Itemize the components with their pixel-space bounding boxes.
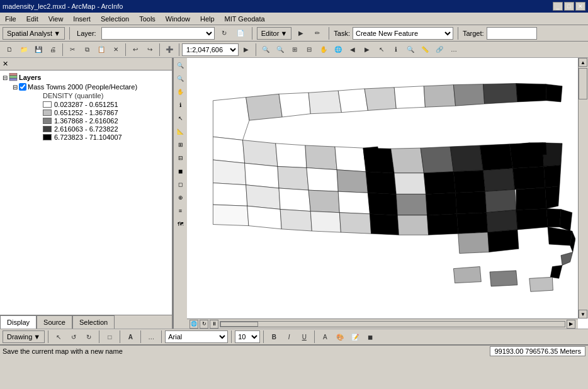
measure-button[interactable]: 📏: [418, 43, 432, 57]
menu-file[interactable]: File: [3, 14, 19, 23]
shadow-button[interactable]: ◼: [363, 330, 377, 344]
toc-header: ✕: [0, 58, 172, 70]
tool-identify[interactable]: ℹ: [174, 99, 187, 111]
expand-layers-icon[interactable]: ⊟: [3, 74, 8, 81]
cut-button[interactable]: ✂: [65, 43, 79, 57]
add-data-button[interactable]: ➕: [162, 43, 176, 57]
expand-mass-icon[interactable]: ⊟: [13, 84, 18, 91]
text-button[interactable]: A: [123, 330, 137, 344]
edit-pencil-button[interactable]: ✏: [310, 26, 324, 40]
map-scrollbar-bottom[interactable]: 🌐 ↻ ⏸ ▶: [187, 319, 578, 329]
find-button[interactable]: 🔍: [404, 43, 417, 57]
zoom-in-button[interactable]: 🔍: [259, 43, 273, 57]
tab-display[interactable]: Display: [0, 315, 37, 329]
more-draw-button[interactable]: …: [144, 330, 158, 344]
fixed-zoom-in[interactable]: ⊞: [288, 43, 302, 57]
rotate-left-button[interactable]: ↺: [67, 330, 81, 344]
tool-map1[interactable]: ⊞: [174, 138, 187, 151]
layer-checkbox[interactable]: [19, 83, 26, 91]
minimize-button[interactable]: _: [553, 2, 563, 11]
editor-button[interactable]: Editor ▼: [257, 27, 292, 40]
toc-content: ⊟ Layers ⊟ Mass Towns 2000 (People/Hecta…: [0, 70, 172, 315]
full-extent-button[interactable]: 🌐: [331, 43, 345, 57]
main-area: ✕ ⊟ Layers ⊟ Mass Towns 2000 (People/Hec…: [0, 58, 588, 329]
scroll-right-arrow[interactable]: ▶: [567, 320, 575, 329]
tool-map3[interactable]: ◼: [174, 165, 187, 178]
identify-button[interactable]: ℹ: [389, 43, 403, 57]
tool-map7[interactable]: 🗺: [174, 218, 187, 230]
font-dropdown[interactable]: Arial: [165, 330, 228, 343]
scale-confirm-button[interactable]: ▶: [239, 43, 253, 57]
menu-mit-geodata[interactable]: MIT Geodata: [222, 14, 268, 23]
zoom-out-button[interactable]: 🔍: [273, 43, 287, 57]
tool-map2[interactable]: ⊟: [174, 152, 187, 164]
scroll-track-horizontal[interactable]: [220, 321, 565, 327]
scroll-thumb-horizontal[interactable]: [220, 322, 258, 327]
layer-add-button[interactable]: 📄: [234, 26, 247, 40]
hyperlink-button[interactable]: 🔗: [433, 43, 446, 57]
underline-button[interactable]: U: [297, 330, 311, 344]
map-area[interactable]: ▲ ▼ 🌐 ↻ ⏸ ▶: [187, 58, 588, 329]
paste-button[interactable]: 📋: [94, 43, 108, 57]
scroll-down-arrow[interactable]: ▼: [579, 310, 587, 319]
delete-button[interactable]: ✕: [109, 43, 123, 57]
tool-map6[interactable]: ≡: [174, 205, 187, 217]
tab-source[interactable]: Source: [37, 315, 72, 329]
maximize-button[interactable]: □: [564, 2, 574, 11]
tool-zoom-out[interactable]: 🔍: [174, 72, 187, 85]
svg-marker-63: [546, 208, 561, 227]
fill-color-button[interactable]: 🎨: [333, 330, 347, 344]
layer-refresh-button[interactable]: ↻: [217, 26, 231, 40]
tool-map4[interactable]: ◻: [174, 178, 187, 191]
pause-icon[interactable]: ⏸: [210, 320, 218, 329]
select-arrow-button[interactable]: ↖: [52, 330, 65, 344]
more-button[interactable]: …: [447, 43, 461, 57]
tool-pan[interactable]: ✋: [174, 86, 187, 98]
drawing-button[interactable]: Drawing ▼: [3, 330, 45, 343]
font-color-button[interactable]: A: [318, 330, 332, 344]
menu-tools[interactable]: Tools: [137, 14, 158, 23]
menu-help[interactable]: Help: [198, 14, 217, 23]
select-button[interactable]: ↖: [375, 43, 388, 57]
save-button[interactable]: 💾: [31, 43, 45, 57]
menu-window[interactable]: Window: [163, 14, 193, 23]
tool-measure[interactable]: 📐: [174, 125, 187, 138]
fixed-zoom-out[interactable]: ⊟: [302, 43, 316, 57]
tab-selection[interactable]: Selection: [72, 315, 115, 329]
map-scrollbar-right[interactable]: ▲ ▼: [578, 58, 588, 319]
task-dropdown[interactable]: Create New Feature: [353, 27, 453, 40]
italic-button[interactable]: I: [282, 330, 296, 344]
undo-button[interactable]: ↩: [128, 43, 142, 57]
layer-dropdown[interactable]: [101, 27, 215, 40]
menu-insert[interactable]: Insert: [71, 14, 93, 23]
bold-button[interactable]: B: [267, 330, 281, 344]
tool-zoom-in[interactable]: 🔍: [174, 59, 187, 72]
tool-map5[interactable]: ⊕: [174, 191, 187, 204]
globe-icon[interactable]: 🌐: [189, 320, 198, 329]
target-input[interactable]: [487, 27, 537, 40]
tool-select[interactable]: ↖: [174, 112, 187, 125]
menu-edit[interactable]: Edit: [24, 14, 41, 23]
scale-dropdown[interactable]: 1:2,047,606: [182, 43, 239, 56]
scroll-thumb-vertical[interactable]: [579, 68, 587, 99]
refresh-icon[interactable]: ↻: [200, 320, 208, 329]
scroll-up-arrow[interactable]: ▲: [579, 58, 587, 67]
go-back-button[interactable]: ◀: [346, 43, 359, 57]
redo-button[interactable]: ↪: [143, 43, 157, 57]
copy-button[interactable]: ⧉: [80, 43, 94, 57]
pan-button[interactable]: ✋: [317, 43, 331, 57]
edit-tool-button[interactable]: ▶: [294, 26, 308, 40]
go-forward-button[interactable]: ▶: [360, 43, 374, 57]
toc-close-button[interactable]: ✕: [3, 60, 8, 68]
menu-selection[interactable]: Selection: [98, 14, 132, 23]
spatial-analyst-button[interactable]: Spatial Analyst ▼: [3, 27, 65, 40]
menu-view[interactable]: View: [46, 14, 66, 23]
font-size-dropdown[interactable]: 10: [235, 330, 260, 343]
rectangle-button[interactable]: □: [103, 330, 116, 344]
close-button[interactable]: ✕: [575, 2, 585, 11]
print-button[interactable]: 🖨: [46, 43, 60, 57]
new-button[interactable]: 🗋: [3, 43, 16, 57]
open-button[interactable]: 📁: [17, 43, 31, 57]
line-color-button[interactable]: 📝: [348, 330, 362, 344]
rotate-right-button[interactable]: ↻: [82, 330, 96, 344]
